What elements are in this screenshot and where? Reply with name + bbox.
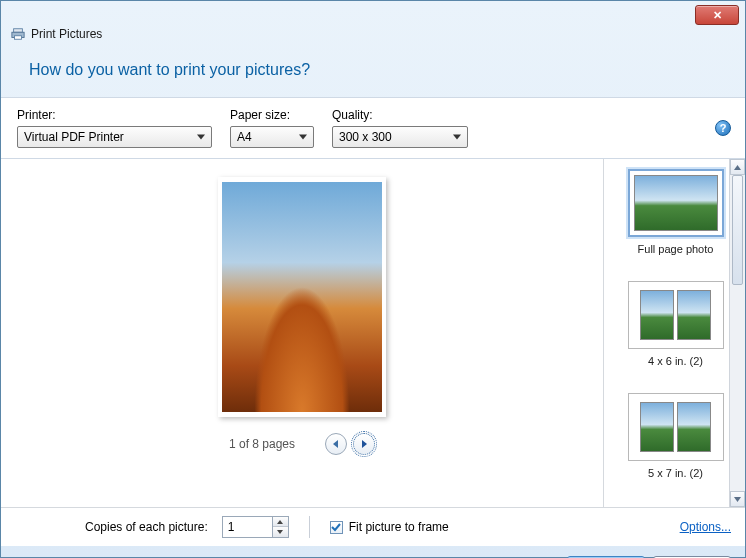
chevron-down-icon (734, 496, 741, 503)
printer-control: Printer: Virtual PDF Printer (17, 108, 212, 148)
pager-text: 1 of 8 pages (229, 437, 295, 451)
close-button[interactable]: ✕ (695, 5, 739, 25)
layout-thumbnail (628, 393, 724, 461)
scroll-track[interactable] (730, 175, 745, 491)
fit-to-frame-label: Fit picture to frame (349, 520, 449, 534)
svg-marker-3 (333, 440, 338, 448)
pager-row: 1 of 8 pages (229, 433, 375, 455)
title-row: Print Pictures (1, 25, 745, 47)
scroll-up-button[interactable] (730, 159, 745, 175)
scroll-thumb[interactable] (732, 175, 743, 285)
chevron-up-icon (277, 520, 283, 524)
help-button[interactable]: ? (715, 120, 731, 136)
triangle-right-icon (360, 440, 368, 448)
copies-up-button[interactable] (273, 517, 288, 527)
layout-label: Full page photo (612, 243, 739, 255)
help-icon: ? (720, 122, 727, 134)
svg-marker-5 (734, 165, 741, 170)
action-footer: Print Cancel (1, 546, 745, 558)
printer-label: Printer: (17, 108, 212, 122)
preview-pane: 1 of 8 pages (1, 159, 603, 507)
copies-down-button[interactable] (273, 527, 288, 537)
controls-bar: Printer: Virtual PDF Printer Paper size:… (1, 97, 745, 159)
print-pictures-dialog: ✕ Print Pictures How do you want to prin… (0, 0, 746, 558)
checkbox-box (330, 521, 343, 534)
fit-to-frame-checkbox[interactable]: Fit picture to frame (330, 520, 449, 534)
divider (309, 516, 310, 538)
close-icon: ✕ (713, 9, 722, 22)
layout-thumbnail (628, 169, 724, 237)
printer-dropdown[interactable]: Virtual PDF Printer (17, 126, 212, 148)
preview-page (218, 177, 386, 417)
checkmark-icon (331, 522, 341, 532)
layout-label: 5 x 7 in. (2) (612, 467, 739, 479)
body: 1 of 8 pages Full page photo4 x 6 in. (2… (1, 159, 745, 507)
scroll-down-button[interactable] (730, 491, 745, 507)
svg-marker-4 (362, 440, 367, 448)
svg-rect-2 (15, 36, 22, 40)
quality-control: Quality: 300 x 300 (332, 108, 468, 148)
layouts-scrollbar[interactable] (729, 159, 745, 507)
svg-marker-7 (277, 520, 283, 524)
layouts-pane: Full page photo4 x 6 in. (2)5 x 7 in. (2… (603, 159, 745, 507)
layout-thumbnail (628, 281, 724, 349)
paper-size-dropdown[interactable]: A4 (230, 126, 314, 148)
layout-option[interactable]: Full page photo (610, 165, 741, 259)
layout-option[interactable]: 4 x 6 in. (2) (610, 277, 741, 371)
next-page-button[interactable] (353, 433, 375, 455)
pager-nav (325, 433, 375, 455)
chevron-up-icon (734, 164, 741, 171)
preview-photo (222, 182, 382, 412)
options-footer: Copies of each picture: Fit picture to f… (1, 507, 745, 546)
quality-dropdown[interactable]: 300 x 300 (332, 126, 468, 148)
chevron-down-icon (277, 530, 283, 534)
options-link[interactable]: Options... (680, 520, 731, 534)
quality-value: 300 x 300 (339, 130, 392, 144)
paper-control: Paper size: A4 (230, 108, 314, 148)
spinner-buttons (272, 516, 289, 538)
copies-label: Copies of each picture: (85, 520, 208, 534)
svg-rect-0 (14, 29, 23, 33)
quality-label: Quality: (332, 108, 468, 122)
paper-size-label: Paper size: (230, 108, 314, 122)
page-heading: How do you want to print your pictures? (1, 47, 745, 97)
svg-marker-8 (277, 530, 283, 534)
printer-value: Virtual PDF Printer (24, 130, 124, 144)
paper-size-value: A4 (237, 130, 252, 144)
layout-label: 4 x 6 in. (2) (612, 355, 739, 367)
copies-spinner (222, 516, 289, 538)
svg-marker-6 (734, 497, 741, 502)
window-title: Print Pictures (31, 27, 102, 41)
prev-page-button[interactable] (325, 433, 347, 455)
titlebar: ✕ (1, 1, 745, 25)
layout-option[interactable]: 5 x 7 in. (2) (610, 389, 741, 483)
copies-input[interactable] (222, 516, 272, 538)
printer-icon (11, 27, 25, 41)
triangle-left-icon (332, 440, 340, 448)
